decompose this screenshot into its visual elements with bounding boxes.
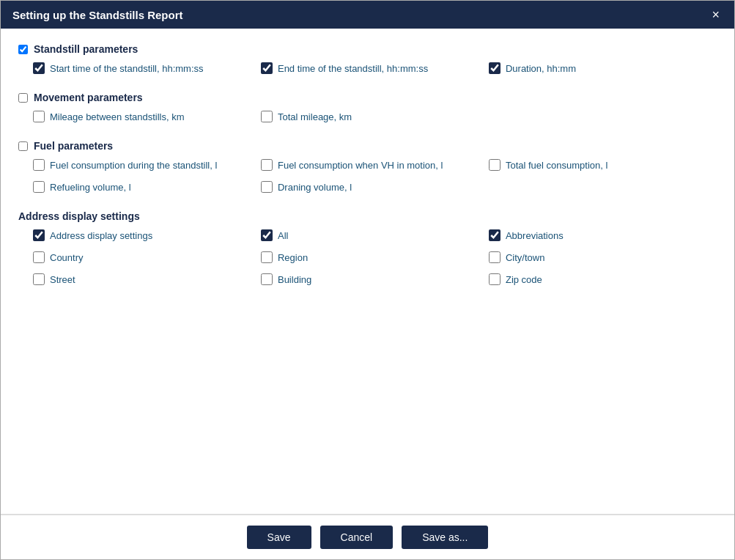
dialog-header: Setting up the Standstills Report × <box>1 1 734 29</box>
street-checkbox[interactable] <box>33 273 45 285</box>
fuel-items: Fuel consumption during the standstill, … <box>18 159 717 197</box>
close-button[interactable]: × <box>709 8 723 21</box>
list-item: City/town <box>489 251 717 263</box>
refueling-checkbox[interactable] <box>33 181 45 193</box>
fuel-standstill-checkbox[interactable] <box>33 159 45 171</box>
standstill-checkbox[interactable] <box>18 45 28 54</box>
address-items: Address display settings All Abbreviatio… <box>18 229 717 290</box>
street-label[interactable]: Street <box>50 274 75 285</box>
list-item: Mileage between standstills, km <box>33 111 261 122</box>
list-item: Address display settings <box>33 229 261 241</box>
list-item: Start time of the standstill, hh:mm:ss <box>33 62 261 74</box>
total-fuel-checkbox[interactable] <box>489 159 501 171</box>
abbreviations-checkbox[interactable] <box>489 229 501 241</box>
standstill-items: Start time of the standstill, hh:mm:ss E… <box>18 62 717 78</box>
mileage-between-label[interactable]: Mileage between standstills, km <box>50 111 185 122</box>
standstill-section: Standstill parameters Start time of the … <box>18 43 717 78</box>
refueling-label[interactable]: Refueling volume, l <box>50 182 131 193</box>
addr-display-checkbox[interactable] <box>33 229 45 241</box>
dialog: Setting up the Standstills Report × Stan… <box>0 0 735 560</box>
dialog-body: Standstill parameters Start time of the … <box>1 29 734 514</box>
city-town-checkbox[interactable] <box>489 251 501 263</box>
all-checkbox[interactable] <box>261 229 273 241</box>
end-time-checkbox[interactable] <box>261 62 273 74</box>
address-section-title: Address display settings <box>18 210 717 222</box>
list-item: End time of the standstill, hh:mm:ss <box>261 62 489 74</box>
total-fuel-label[interactable]: Total fuel consumption, l <box>506 160 607 171</box>
fuel-title[interactable]: Fuel parameters <box>34 140 113 152</box>
movement-items: Mileage between standstills, km Total mi… <box>18 111 717 127</box>
movement-header: Movement parameters <box>18 92 717 103</box>
cancel-button[interactable]: Cancel <box>320 526 394 549</box>
mileage-between-checkbox[interactable] <box>33 111 45 122</box>
fuel-motion-checkbox[interactable] <box>261 159 273 171</box>
fuel-standstill-label[interactable]: Fuel consumption during the standstill, … <box>50 160 217 171</box>
list-item: Street <box>33 273 261 285</box>
fuel-header: Fuel parameters <box>18 140 717 152</box>
fuel-motion-label[interactable]: Fuel consumption when VH in motion, l <box>278 160 443 171</box>
movement-title[interactable]: Movement parameters <box>34 92 143 103</box>
list-item: Draning volume, l <box>261 181 489 193</box>
list-item: Region <box>261 251 489 263</box>
list-item: Country <box>33 251 261 263</box>
total-mileage-label[interactable]: Total mileage, km <box>278 111 352 122</box>
start-time-checkbox[interactable] <box>33 62 45 74</box>
list-item: Duration, hh:mm <box>489 62 717 74</box>
movement-checkbox[interactable] <box>18 93 28 103</box>
list-item: Building <box>261 273 489 285</box>
country-label[interactable]: Country <box>50 252 84 263</box>
end-time-label[interactable]: End time of the standstill, hh:mm:ss <box>278 63 428 74</box>
list-item: Zip code <box>489 273 717 285</box>
list-item: Total fuel consumption, l <box>489 159 717 171</box>
draining-checkbox[interactable] <box>261 181 273 193</box>
duration-label[interactable]: Duration, hh:mm <box>506 63 576 74</box>
duration-checkbox[interactable] <box>489 62 501 74</box>
list-item: Total mileage, km <box>261 111 489 122</box>
fuel-checkbox[interactable] <box>18 141 28 151</box>
list-item: Refueling volume, l <box>33 181 261 193</box>
total-mileage-checkbox[interactable] <box>261 111 273 122</box>
dialog-title: Setting up the Standstills Report <box>12 9 183 21</box>
country-checkbox[interactable] <box>33 251 45 263</box>
abbreviations-label[interactable]: Abbreviations <box>506 230 564 241</box>
draining-label[interactable]: Draning volume, l <box>278 182 352 193</box>
region-checkbox[interactable] <box>261 251 273 263</box>
movement-section: Movement parameters Mileage between stan… <box>18 92 717 127</box>
zip-code-label[interactable]: Zip code <box>506 274 542 285</box>
city-town-label[interactable]: City/town <box>506 252 544 263</box>
zip-code-checkbox[interactable] <box>489 273 501 285</box>
list-item: Fuel consumption when VH in motion, l <box>261 159 489 171</box>
address-section: Address display settings Address display… <box>18 210 717 290</box>
addr-display-label[interactable]: Address display settings <box>50 230 152 241</box>
standstill-title[interactable]: Standstill parameters <box>34 43 138 55</box>
list-item: All <box>261 229 489 241</box>
list-item: Abbreviations <box>489 229 717 241</box>
save-as-button[interactable]: Save as... <box>402 526 488 549</box>
start-time-label[interactable]: Start time of the standstill, hh:mm:ss <box>50 63 204 74</box>
list-item: Fuel consumption during the standstill, … <box>33 159 261 171</box>
building-checkbox[interactable] <box>261 273 273 285</box>
region-label[interactable]: Region <box>278 252 308 263</box>
fuel-section: Fuel parameters Fuel consumption during … <box>18 140 717 197</box>
all-label[interactable]: All <box>278 230 288 241</box>
dialog-footer: Save Cancel Save as... <box>1 515 734 559</box>
standstill-header: Standstill parameters <box>18 43 717 55</box>
building-label[interactable]: Building <box>278 274 311 285</box>
save-button[interactable]: Save <box>247 526 311 549</box>
